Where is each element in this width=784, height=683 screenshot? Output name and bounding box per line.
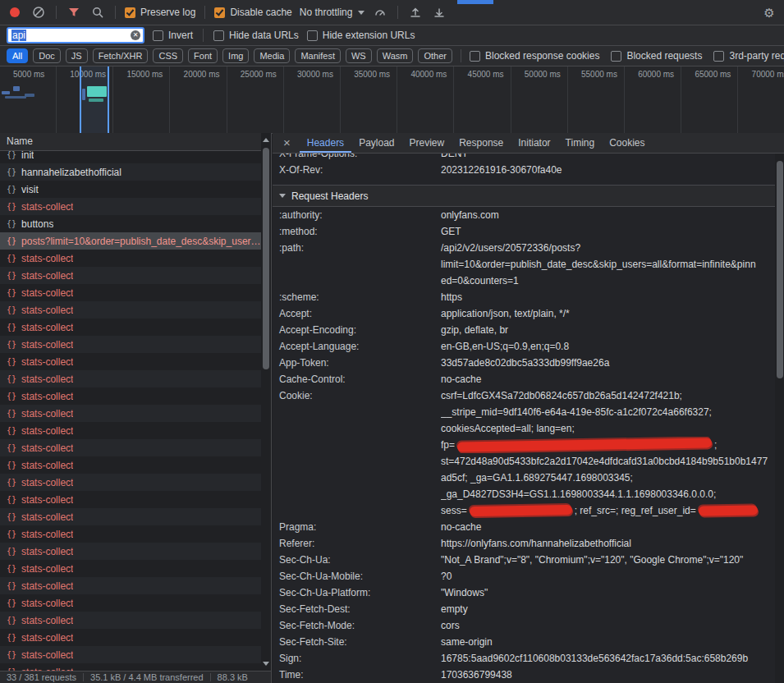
blocked-requests-checkbox[interactable]: Blocked requests [611, 50, 702, 62]
overview-gridline [681, 66, 681, 133]
record-button[interactable] [7, 4, 23, 21]
request-row[interactable]: {}init [0, 151, 271, 163]
request-row[interactable]: {}stats-collect [0, 439, 271, 456]
throttling-select[interactable]: No throttling [300, 7, 365, 18]
type-filter-js[interactable]: JS [66, 48, 88, 63]
scroll-down-icon[interactable] [263, 662, 269, 666]
header-row: Cache-Control:no-cache [273, 371, 775, 387]
request-row[interactable]: {}stats-collect [0, 336, 271, 353]
close-details-button[interactable]: × [276, 133, 298, 153]
tab-payload[interactable]: Payload [351, 133, 401, 153]
type-filter-doc[interactable]: Doc [33, 48, 61, 63]
request-row[interactable]: {}stats-collect [0, 198, 271, 215]
json-request-icon: {} [7, 581, 16, 590]
blocked-response-cookies-checkbox[interactable]: Blocked response cookies [470, 50, 599, 62]
disable-cache-checkbox[interactable]: Disable cache [214, 7, 291, 18]
request-row-selected[interactable]: {}posts?limit=10&order=publish_date_desc… [0, 232, 271, 250]
network-overview-timeline[interactable]: 5000 ms10000 ms15000 ms20000 ms25000 ms3… [0, 66, 784, 134]
overview-selection-handle[interactable] [108, 66, 109, 133]
request-name: stats-collect [21, 598, 73, 609]
header-value: gzip, deflate, br [441, 322, 775, 338]
header-name: Cookie: [273, 387, 441, 519]
request-row[interactable]: {}stats-collect [0, 456, 271, 474]
import-har-button[interactable] [407, 4, 424, 21]
export-har-button[interactable] [431, 4, 447, 21]
header-name: Cache-Control: [273, 371, 441, 387]
filter-toggle-button[interactable] [66, 4, 82, 21]
request-row[interactable]: {}visit [0, 181, 271, 198]
request-row[interactable]: {}stats-collect [0, 319, 271, 336]
request-row[interactable]: {}stats-collect [0, 491, 271, 508]
overview-selection-handle[interactable] [80, 66, 81, 133]
response-headers-partial: X-Frame-Options:DENYX-Of-Rev:20231226191… [273, 154, 775, 178]
request-row[interactable]: {}stats-collect [0, 267, 271, 284]
type-filter-css[interactable]: CSS [153, 48, 183, 63]
preserve-log-label: Preserve log [140, 7, 195, 18]
request-row[interactable]: {}stats-collect [0, 577, 271, 594]
type-filter-font[interactable]: Font [188, 48, 218, 63]
filter-input[interactable]: api ✕ [7, 27, 144, 44]
request-row[interactable]: {}stats-collect [0, 353, 271, 370]
header-value-text: onlyfans.com [441, 209, 499, 221]
request-row[interactable]: {}stats-collect [0, 560, 271, 577]
request-row[interactable]: {}stats-collect [0, 284, 271, 301]
json-request-icon: {} [7, 167, 16, 176]
request-row[interactable]: {}stats-collect [0, 629, 271, 646]
request-row[interactable]: {}stats-collect [0, 301, 271, 319]
request-headers-section-toggle[interactable]: Request Headers [273, 186, 775, 207]
header-value-line: GET [441, 223, 775, 240]
type-filter-wasm[interactable]: Wasm [377, 48, 414, 63]
type-filter-ws[interactable]: WS [346, 48, 372, 63]
request-row[interactable]: {}stats-collect [0, 543, 271, 560]
request-row[interactable]: {}stats-collect [0, 663, 271, 671]
details-scrollbar[interactable] [775, 154, 784, 683]
header-value-text: DENY [441, 154, 468, 159]
header-value-line: cors [441, 617, 775, 634]
network-conditions-button[interactable] [372, 4, 388, 21]
request-row[interactable]: {}stats-collect [0, 612, 271, 629]
request-row[interactable]: {}stats-collect [0, 646, 271, 663]
type-filter-other[interactable]: Other [418, 48, 452, 63]
tab-timing[interactable]: Timing [558, 133, 603, 153]
3rd-party-requests-checkbox[interactable]: 3rd-party requests [713, 50, 784, 62]
type-filter-all[interactable]: All [7, 48, 28, 63]
type-filter-media[interactable]: Media [254, 48, 290, 63]
header-value-text: csrf=LdfcGX4Sa72db06824c657db26a5d142472… [441, 390, 682, 401]
request-row[interactable]: {}stats-collect [0, 508, 271, 525]
scrollbar-thumb[interactable] [263, 148, 269, 369]
scroll-up-icon[interactable] [263, 138, 269, 142]
preserve-log-checkbox[interactable]: Preserve log [125, 7, 195, 18]
search-button[interactable] [89, 4, 106, 21]
request-row[interactable]: {}hannahelizabethofficial [0, 163, 271, 181]
request-row[interactable]: {}stats-collect [0, 370, 271, 387]
name-column-header[interactable]: Name [0, 133, 271, 151]
hide-data-urls-checkbox[interactable]: Hide data URLs [213, 30, 299, 41]
tab-preview[interactable]: Preview [402, 133, 452, 153]
request-row[interactable]: {}stats-collect [0, 474, 271, 491]
clear-filter-icon[interactable]: ✕ [131, 30, 140, 40]
request-row[interactable]: {}stats-collect [0, 387, 271, 405]
tab-initiator[interactable]: Initiator [511, 133, 557, 153]
header-value-line: sess=; ref_src=; reg_ref_user_id= [441, 502, 775, 519]
header-value-text: ed=0&counters=1 [441, 275, 519, 286]
request-row[interactable]: {}stats-collect [0, 594, 271, 612]
request-row[interactable]: {}stats-collect [0, 250, 271, 267]
tab-response[interactable]: Response [452, 133, 511, 153]
request-row[interactable]: {}stats-collect [0, 405, 271, 422]
scrollbar-thumb[interactable] [777, 161, 783, 378]
request-row[interactable]: {}buttons [0, 215, 271, 232]
header-value: empty [441, 601, 775, 617]
type-filter-img[interactable]: Img [222, 48, 249, 63]
invert-checkbox[interactable]: Invert [153, 30, 193, 41]
tab-headers[interactable]: Headers [300, 133, 351, 153]
clear-requests-button[interactable] [30, 4, 47, 21]
hide-extension-urls-checkbox[interactable]: Hide extension URLs [307, 30, 415, 41]
type-filter-fetch-xhr[interactable]: Fetch/XHR [93, 48, 149, 63]
tab-cookies[interactable]: Cookies [602, 133, 652, 153]
checkbox-box [125, 7, 135, 18]
settings-button[interactable]: ⚙ [761, 4, 777, 21]
request-list-scrollbar[interactable] [261, 133, 271, 671]
type-filter-manifest[interactable]: Manifest [295, 48, 341, 63]
request-row[interactable]: {}stats-collect [0, 422, 271, 439]
request-row[interactable]: {}stats-collect [0, 525, 271, 543]
